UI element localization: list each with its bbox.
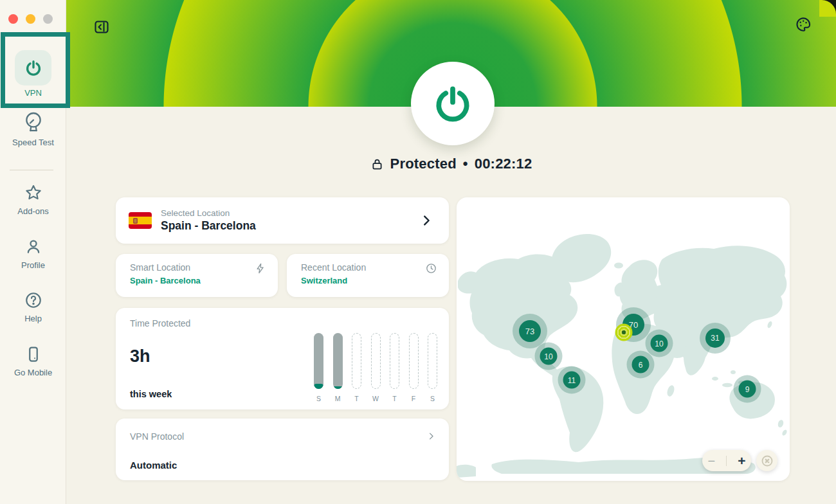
selected-location-card[interactable]: Selected Location Spain - Barcelona — [116, 197, 449, 244]
star-icon — [24, 183, 43, 203]
app-window: VPN Speed Test Add-ons Profile — [0, 0, 836, 504]
recent-location-value: Switzerland — [301, 276, 347, 285]
selected-location-label: Selected Location — [161, 208, 230, 218]
map-cluster[interactable]: 11 — [563, 372, 581, 389]
lightning-bolt-icon — [254, 262, 266, 274]
chart-bar: W — [371, 333, 381, 402]
time-protected-label: Time Protected — [130, 318, 190, 328]
current-location-marker — [615, 324, 633, 341]
person-icon — [24, 237, 43, 256]
spain-flag-icon — [129, 212, 152, 229]
chart-bar: S — [428, 333, 437, 402]
recent-location-label: Recent Location — [301, 262, 366, 273]
sidebar-item-speed-test[interactable]: Speed Test — [0, 111, 66, 147]
vpn-protocol-card[interactable]: VPN Protocol Automatic — [116, 419, 449, 480]
sidebar-item-go-mobile[interactable]: Go Mobile — [0, 345, 66, 377]
vpn-protocol-value: Automatic — [130, 460, 177, 471]
chart-bar: T — [390, 333, 399, 402]
sidebar-item-label: Help — [0, 314, 66, 323]
sidebar-item-label: VPN — [0, 88, 66, 98]
map-cluster[interactable]: 10 — [651, 335, 668, 352]
map-cluster[interactable]: 31 — [705, 328, 725, 348]
help-icon — [24, 291, 43, 310]
power-icon — [432, 82, 474, 125]
map-reset-button[interactable] — [756, 450, 777, 471]
lock-icon — [370, 158, 384, 171]
sidebar-item-label: Speed Test — [0, 138, 66, 147]
vpn-protocol-label: VPN Protocol — [130, 431, 184, 442]
smart-location-card[interactable]: Smart Location Spain - Barcelona — [116, 254, 278, 297]
weekly-protection-chart: S M T W T F S — [314, 333, 437, 402]
map-zoom-controls: − + — [702, 450, 751, 471]
mobile-phone-icon — [24, 345, 43, 364]
window-controls — [8, 14, 53, 24]
vpn-tile — [15, 50, 51, 86]
minimize-window-button[interactable] — [26, 14, 35, 24]
map-cluster[interactable]: 10 — [540, 348, 558, 365]
power-button[interactable] — [411, 62, 495, 145]
connection-status: Protected • 00:22:12 — [66, 156, 836, 172]
smart-location-label: Smart Location — [130, 262, 190, 273]
sidebar-divider — [10, 170, 53, 170]
map-cluster[interactable]: 6 — [632, 356, 650, 374]
chevron-right-icon — [419, 213, 433, 228]
map-cluster[interactable]: 73 — [519, 320, 541, 342]
speedometer-icon — [23, 111, 44, 134]
palette-icon — [795, 16, 812, 33]
world-map-card: 73 10 11 70 10 6 31 9 − + — [457, 197, 790, 481]
close-window-button[interactable] — [8, 14, 18, 24]
time-protected-card: Time Protected 3h this week S M T W T — [116, 308, 449, 410]
session-timer: 00:22:12 — [475, 156, 532, 172]
zoom-window-button[interactable] — [43, 14, 53, 24]
chart-bar: S — [314, 333, 323, 402]
collapse-sidebar-icon — [94, 19, 109, 35]
power-icon — [24, 59, 43, 78]
status-label: Protected — [390, 156, 457, 172]
status-separator: • — [463, 156, 468, 172]
collapse-sidebar-button[interactable] — [94, 19, 109, 35]
clock-icon — [425, 262, 437, 274]
chart-bar: F — [409, 333, 419, 402]
sidebar-item-vpn[interactable]: VPN — [0, 50, 66, 98]
zoom-divider — [726, 456, 727, 466]
map-cluster[interactable]: 9 — [739, 381, 756, 398]
sidebar-item-add-ons[interactable]: Add-ons — [0, 183, 66, 216]
smart-location-value: Spain - Barcelona — [130, 276, 201, 285]
chevron-right-icon — [426, 431, 436, 441]
sidebar-item-label: Go Mobile — [0, 368, 66, 377]
zoom-in-button[interactable]: + — [738, 454, 745, 467]
sidebar-item-help[interactable]: Help — [0, 291, 66, 323]
theme-palette-button[interactable] — [795, 16, 812, 33]
time-protected-value: 3h — [130, 346, 150, 366]
map-reset-icon — [760, 454, 774, 468]
sidebar: VPN Speed Test Add-ons Profile — [0, 0, 66, 504]
sidebar-item-profile[interactable]: Profile — [0, 237, 66, 270]
recent-location-card[interactable]: Recent Location Switzerland — [287, 254, 449, 297]
zoom-out-button[interactable]: − — [708, 455, 716, 467]
sidebar-item-label: Profile — [0, 260, 66, 270]
time-protected-subtitle: this week — [130, 389, 172, 399]
sidebar-item-label: Add-ons — [0, 206, 66, 216]
chart-bar: M — [333, 333, 343, 402]
selected-location-value: Spain - Barcelona — [161, 219, 256, 233]
window-corner — [819, 0, 836, 17]
chart-bar: T — [352, 333, 361, 402]
